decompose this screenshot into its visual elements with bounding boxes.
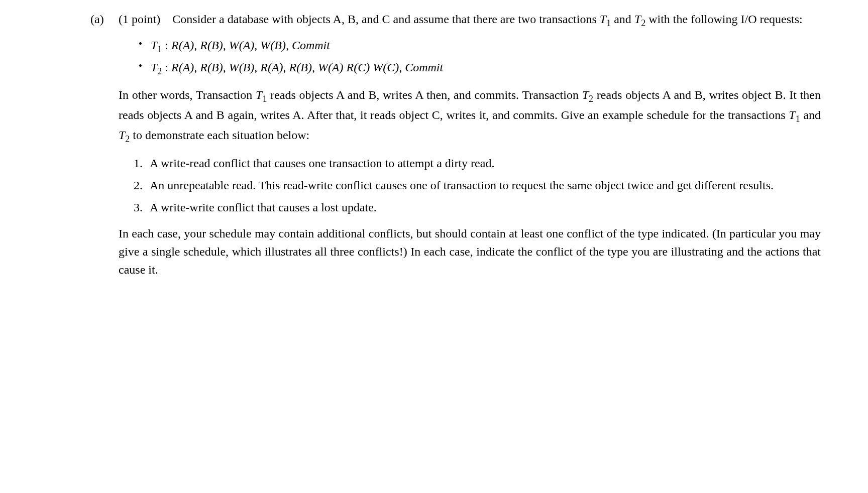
intro-and: and (611, 13, 634, 26)
list-item: 2. An unrepeatable read. This read-write… (134, 176, 821, 194)
var-t2: T (582, 88, 589, 101)
part-label: (a) (90, 10, 116, 28)
var-t2: T (634, 13, 641, 26)
bullet-item: T2 : R(A), R(B), W(B), R(A), R(B), W(A) … (139, 58, 821, 78)
closing-paragraph: In each case, your schedule may contain … (119, 224, 821, 279)
var-t1: T (789, 108, 795, 121)
item-number: 1. (134, 154, 143, 172)
bullet-list: T1 : R(A), R(B), W(A), W(B), Commit T2 :… (119, 36, 821, 78)
intro-prefix: Consider a database with objects A, B, a… (172, 13, 599, 26)
intro-text: (1 point) Consider a database with objec… (119, 10, 821, 30)
transaction-t1: T1 : R(A), R(B), W(A), W(B), Commit (151, 39, 330, 52)
list-item: 1. A write-read conflict that causes one… (134, 154, 821, 172)
description-paragraph: In other words, Transaction T1 reads obj… (119, 86, 821, 146)
list-item: 3. A write-write conflict that causes a … (134, 198, 821, 216)
points-label: (1 point) (119, 13, 160, 26)
transaction-t2: T2 : R(A), R(B), W(B), R(A), R(B), W(A) … (151, 61, 443, 74)
t1-ops: R(A), R(B), W(A), W(B), Commit (171, 39, 330, 52)
item-text: An unrepeatable read. This read-write co… (150, 179, 774, 192)
var-t1-sub: 1 (606, 18, 611, 28)
t2-ops: R(A), R(B), W(B), R(A), R(B), W(A) R(C) … (171, 61, 443, 74)
var-t2-sub: 2 (641, 18, 645, 28)
item-number: 3. (134, 198, 143, 216)
item-text: A write-write conflict that causes a los… (150, 201, 377, 214)
part-body: (1 point) Consider a database with objec… (119, 10, 821, 279)
var-t2: T (119, 129, 125, 142)
enumerated-list: 1. A write-read conflict that causes one… (119, 154, 821, 216)
bullet-item: T1 : R(A), R(B), W(A), W(B), Commit (139, 36, 821, 56)
item-text: A write-read conflict that causes one tr… (150, 157, 494, 170)
var-t1: T (256, 88, 262, 101)
item-number: 2. (134, 176, 143, 194)
exercise-part: (a) (1 point) Consider a database with o… (90, 10, 823, 279)
var-t1: T (600, 13, 606, 26)
intro-suffix: with the following I/O requests: (645, 13, 803, 26)
